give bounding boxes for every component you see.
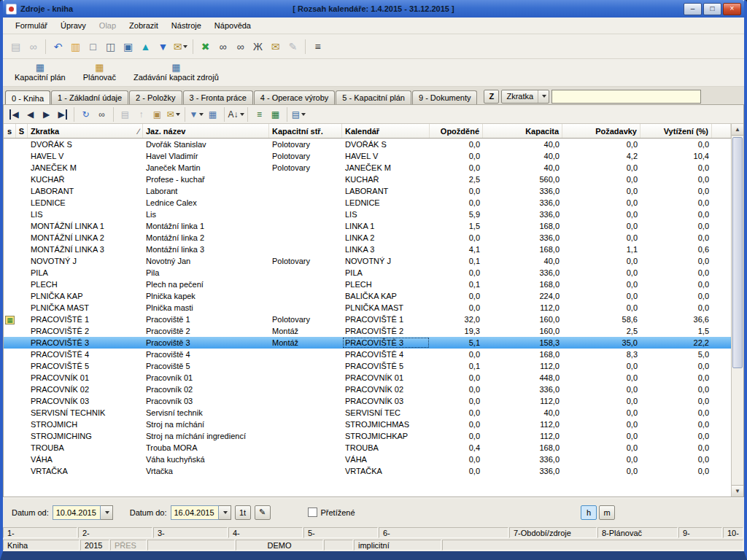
datum-do-value[interactable]: 16.04.2015 <box>171 505 219 520</box>
open-folder-button[interactable]: ▥ <box>67 38 84 55</box>
column-header-7[interactable]: Kapacita <box>483 124 562 138</box>
minimize-button[interactable]: – <box>684 3 702 15</box>
toolbar2-button-1[interactable]: ▦Plánovač <box>76 59 123 86</box>
column-header-1[interactable]: S <box>16 124 28 138</box>
send-mail-button[interactable]: ✉ <box>172 38 189 55</box>
table-row[interactable]: DVOŘÁK SDvořák StanislavPolotovaryDVOŘÁK… <box>4 139 731 150</box>
table-row[interactable]: PRACOVNÍK 02Pracovník 02PRACOVNÍK 020,03… <box>4 384 731 395</box>
calendar-edit-button[interactable]: ✎ <box>255 505 271 520</box>
table-row[interactable]: STROJMICHINGStroj na míchání ingrediencí… <box>4 430 731 442</box>
next-record-button[interactable]: ▶ <box>39 106 54 122</box>
find-next-button[interactable]: ∞ <box>232 38 249 55</box>
tab-0[interactable]: 0 - Kniha <box>5 90 50 105</box>
vertical-scrollbar[interactable]: ▲ ▼ <box>731 124 743 497</box>
column-header-6[interactable]: Opožděné <box>430 124 483 138</box>
column-header-2[interactable]: Zkratka∕ <box>28 124 143 138</box>
table-row[interactable]: VÁHAVáha kuchyňskáVÁHA0,0336,00,00,0 <box>4 454 731 465</box>
table-row[interactable]: PRACOVNÍK 01Pracovník 01PRACOVNÍK 010,04… <box>4 372 731 384</box>
envelope-button[interactable]: ✉ <box>267 38 284 55</box>
column-header-3[interactable]: Jaz. název <box>143 124 269 138</box>
table-row[interactable]: HAVEL VHavel VladimírPolotovaryHAVEL V0,… <box>4 150 731 162</box>
table-row[interactable]: PILAPilaPILA0,0336,00,00,0 <box>4 267 731 279</box>
toolbar2-button-2[interactable]: ▦Zadávání kapacit zdrojů <box>126 59 226 86</box>
scrollbar-thumb[interactable] <box>732 137 743 368</box>
column-header-4[interactable]: Kapacitní stř. <box>269 124 342 138</box>
column-header-0[interactable]: s <box>4 124 16 138</box>
tab-6[interactable]: 9 - Dokumenty <box>412 90 478 104</box>
menu-list-button[interactable]: ≡ <box>309 38 326 55</box>
table-row[interactable]: PRACOVIŠTĚ 2Pracoviště 2MontážPRACOVIŠTĚ… <box>4 325 731 337</box>
pretizene-checkbox[interactable] <box>308 508 317 517</box>
menu-item-formular[interactable]: Formulář <box>9 19 54 32</box>
scroll-down-icon[interactable]: ▼ <box>732 485 743 497</box>
table-row[interactable]: PRACOVIŠTĚ 3Pracoviště 3MontážPRACOVIŠTĚ… <box>4 337 731 349</box>
menu-item-zobrazit[interactable]: Zobrazit <box>123 19 165 32</box>
table-row[interactable]: JANEČEK MJaneček MartinPolotovaryJANEČEK… <box>4 162 731 174</box>
filter-button[interactable]: ▼ <box>189 106 204 122</box>
new-document-button[interactable]: □ <box>85 38 101 55</box>
move-down-button[interactable]: ▼ <box>155 38 171 55</box>
refresh-button[interactable]: ↻ <box>78 106 93 122</box>
table-row[interactable]: ▦PRACOVIŠTĚ 1Pracoviště 1PolotovaryPRACO… <box>4 314 731 325</box>
column-header-5[interactable]: Kalendář <box>342 124 430 138</box>
datum-do-field[interactable]: 16.04.2015 <box>171 505 231 520</box>
table-row[interactable]: MONTÁŽNÍ LINKA 3Montážní linka 3LINKA 34… <box>4 244 731 255</box>
table-row[interactable]: PLECHPlech na pečeníPLECH0,1168,00,00,0 <box>4 279 731 290</box>
tab-3[interactable]: 3 - Fronta práce <box>183 90 253 104</box>
table-row[interactable]: PRACOVIŠTĚ 5Pracoviště 5PRACOVIŠTĚ 50,11… <box>4 360 731 372</box>
table-row[interactable]: PRACOVIŠTĚ 4Pracoviště 4PRACOVIŠTĚ 40,01… <box>4 349 731 360</box>
table-row[interactable]: LABORANTLaborantLABORANT0,0336,00,00,0 <box>4 185 731 197</box>
datum-od-value[interactable]: 10.04.2015 <box>53 505 101 520</box>
quick-search-input[interactable] <box>551 90 701 104</box>
paste-button[interactable]: ▣ <box>120 38 136 55</box>
table-row[interactable]: VRTAČKAVrtačkaVRTAČKA0,0336,00,00,0 <box>4 465 731 477</box>
scroll-up-icon[interactable]: ▲ <box>732 124 743 136</box>
hours-button[interactable]: h <box>581 505 597 520</box>
find-button[interactable]: ∞ <box>214 38 231 55</box>
table-row[interactable]: KUCHAŘProfese - kuchařKUCHAŘ2,5560,00,00… <box>4 174 731 185</box>
menu-item-nastroje[interactable]: Nástroje <box>165 19 208 32</box>
table-row[interactable]: NOVOTNÝ JNovotný JanPolotovaryNOVOTNÝ J0… <box>4 255 731 267</box>
refresh-green-button[interactable]: ✖ <box>197 38 214 55</box>
minutes-button[interactable]: m <box>599 505 615 520</box>
first-record-button[interactable]: ◀ <box>7 106 22 122</box>
form-view-button[interactable]: ▤ <box>291 106 306 122</box>
clipboard-button[interactable]: ▣ <box>150 106 165 122</box>
tab-4[interactable]: 4 - Operace výroby <box>254 90 336 104</box>
previous-record-button[interactable]: ◀ <box>23 106 38 122</box>
table-row[interactable]: PRACOVNÍK 03Pracovník 03PRACOVNÍK 030,01… <box>4 395 731 407</box>
undo-button[interactable]: ↶ <box>50 38 66 55</box>
tab-2[interactable]: 2 - Položky <box>129 90 182 104</box>
last-record-button[interactable]: ▶ <box>55 106 70 122</box>
search-field-selector[interactable]: Zkratka <box>501 90 549 104</box>
mail-row-button[interactable]: ✉ <box>166 106 181 122</box>
find-special-button[interactable]: Ж <box>249 38 266 55</box>
excel-export-button[interactable]: ▦ <box>268 106 283 122</box>
column-header-8[interactable]: Požadavky <box>562 124 640 138</box>
tab-5[interactable]: 5 - Kapacitní plán <box>336 90 411 104</box>
column-header-9[interactable]: Vytížení (%) <box>640 124 712 138</box>
numbered-list-button[interactable]: ≡ <box>252 106 267 122</box>
menu-item-napoveda[interactable]: Nápověda <box>208 19 258 32</box>
toolbar2-button-0[interactable]: ▦Kapacitní plán <box>7 59 73 86</box>
table-row[interactable]: PLNIČKA MASTPlnička mastiPLNIČKA MAST0,0… <box>4 302 731 314</box>
sort-az-button[interactable]: A↓ <box>228 106 244 122</box>
table-row[interactable]: LEDNICELednice CalexLEDNICE0,0336,00,00,… <box>4 197 731 209</box>
maximize-button[interactable]: □ <box>703 3 721 15</box>
filter-grid-button[interactable]: ▦ <box>205 106 220 122</box>
copy-button[interactable]: ◫ <box>102 38 119 55</box>
search-field-dropdown-button[interactable] <box>538 90 549 103</box>
table-row[interactable]: MONTÁŽNÍ LINKA 2Montážní linka 2LINKA 20… <box>4 232 731 244</box>
table-row[interactable]: LISLisLIS5,9336,00,00,0 <box>4 209 731 220</box>
table-row[interactable]: SERVISNÍ TECHNIKServisní technikSERVISNÍ… <box>4 407 731 419</box>
table-row[interactable]: STROJMICHStroj na mícháníSTROJMICHMAS0,0… <box>4 419 731 430</box>
move-up-button[interactable]: ▲ <box>137 38 154 55</box>
menu-item-upravy[interactable]: Úpravy <box>54 19 93 32</box>
table-row[interactable]: TROUBATrouba MORATROUBA0,4168,00,00,0 <box>4 442 731 454</box>
datum-do-dropdown-button[interactable] <box>219 505 231 520</box>
tab-1[interactable]: 1 - Základní údaje <box>51 90 128 104</box>
table-row[interactable]: MONTÁŽNÍ LINKA 1Montážní linka 1LINKA 11… <box>4 220 731 232</box>
datum-od-dropdown-button[interactable] <box>101 505 113 520</box>
close-button[interactable]: × <box>723 3 741 15</box>
z-button[interactable]: Z <box>484 90 499 104</box>
